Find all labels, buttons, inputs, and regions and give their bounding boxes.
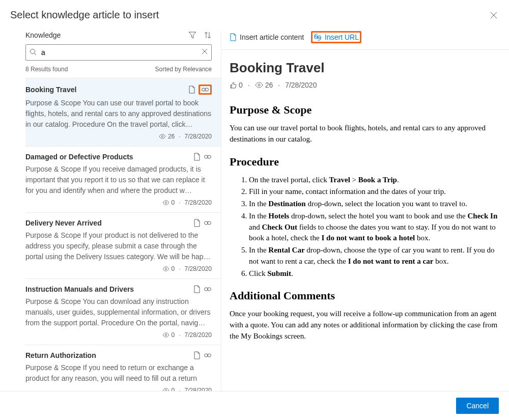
article-title: Booking Travel — [230, 60, 499, 76]
clear-search-button[interactable] — [202, 48, 208, 54]
result-views: 0 — [162, 331, 175, 339]
insert-article-content-button[interactable]: Insert article content — [230, 33, 304, 41]
result-header: Delivery Never Arrived — [25, 219, 212, 227]
link-icon — [314, 34, 322, 41]
result-actions — [193, 351, 212, 359]
result-actions — [188, 85, 212, 95]
result-actions — [193, 285, 212, 293]
insert-url-action[interactable] — [204, 219, 212, 227]
search-wrapper — [25, 44, 212, 61]
result-header: Booking Travel — [25, 85, 212, 95]
insert-content-action[interactable] — [193, 153, 201, 161]
result-date: 7/28/2020 — [185, 133, 212, 140]
knowledge-header: Knowledge — [25, 31, 221, 39]
eye-icon — [255, 82, 263, 88]
result-title: Return Authorization — [25, 351, 96, 359]
insert-article-content-label: Insert article content — [240, 33, 304, 41]
result-snippet: Purpose & Scope You can use our travel p… — [25, 98, 212, 130]
insert-url-action[interactable] — [204, 351, 212, 359]
heading-purpose: Purpose & Scope — [230, 103, 499, 117]
procedure-list: On the travel portal, click Travel > Boo… — [230, 175, 499, 279]
article-panel: Insert article content Insert URL Bookin… — [221, 31, 509, 391]
result-views: 0 — [162, 199, 175, 206]
result-date: 7/28/2020 — [185, 331, 212, 339]
procedure-step: On the travel portal, click Travel > Boo… — [249, 175, 499, 186]
svg-point-18 — [258, 84, 260, 86]
result-header: Damaged or Defective Products — [25, 153, 212, 161]
insert-url-label: Insert URL — [325, 33, 359, 41]
procedure-step: In the Destination drop-down, select the… — [249, 199, 499, 210]
result-title: Instruction Manuals and Drivers — [25, 285, 134, 293]
insert-content-action[interactable] — [193, 285, 201, 293]
result-footer: 0·7/28/2020 — [25, 265, 212, 272]
dialog-footer: Cancel — [0, 391, 509, 420]
search-icon — [30, 48, 37, 55]
insert-url-action[interactable] — [204, 153, 212, 161]
result-snippet: Purpose & Scope If you receive damaged p… — [25, 164, 212, 196]
likes-group: 0 — [230, 81, 243, 89]
separator: · — [179, 199, 180, 206]
separator: · — [248, 81, 250, 89]
views-group: 26 — [255, 81, 273, 89]
close-icon — [490, 12, 497, 19]
result-footer: 0·7/28/2020 — [25, 199, 212, 206]
insert-content-action[interactable] — [188, 85, 195, 95]
result-item[interactable]: Instruction Manuals and DriversPurpose &… — [25, 278, 221, 345]
result-snippet: Purpose & Scope If your product is not d… — [25, 230, 212, 262]
separator: · — [179, 331, 180, 339]
results-meta: 8 Results found Sorted by Relevance — [25, 66, 221, 73]
sort-icon — [204, 31, 212, 39]
thumbs-up-icon — [230, 81, 237, 89]
separator: · — [179, 387, 180, 391]
result-item[interactable]: Booking TravelPurpose & Scope You can us… — [25, 78, 221, 146]
separator: · — [278, 81, 280, 89]
procedure-step: In the Rental Car drop-down, choose the … — [249, 245, 499, 267]
results-list[interactable]: Booking TravelPurpose & Scope You can us… — [25, 78, 221, 391]
heading-additional: Additional Comments — [230, 289, 499, 302]
insert-url-action[interactable] — [201, 87, 209, 93]
result-footer: 0·7/28/2020 — [25, 387, 212, 391]
close-button[interactable] — [489, 10, 499, 20]
result-item[interactable]: Return AuthorizationPurpose & Scope If y… — [25, 345, 221, 391]
result-footer: 0·7/28/2020 — [25, 331, 212, 339]
result-title: Booking Travel — [25, 86, 76, 94]
likes-count: 0 — [239, 81, 243, 89]
result-header: Instruction Manuals and Drivers — [25, 285, 212, 293]
result-header: Return Authorization — [25, 351, 212, 359]
search-input[interactable] — [25, 44, 212, 61]
svg-point-0 — [31, 49, 35, 54]
sort-button[interactable] — [204, 31, 212, 39]
result-date: 7/28/2020 — [185, 265, 212, 272]
close-icon — [202, 48, 208, 54]
result-snippet: Purpose & Scope If you need to return or… — [25, 362, 212, 384]
insert-content-action[interactable] — [193, 351, 201, 359]
knowledge-heading: Knowledge — [25, 31, 61, 39]
insert-url-action[interactable] — [204, 285, 212, 293]
insert-url-highlight: Insert URL — [311, 31, 361, 43]
dialog-body: Knowledge — [0, 21, 509, 391]
svg-point-9 — [165, 268, 166, 269]
result-title: Delivery Never Arrived — [25, 219, 102, 227]
result-item[interactable]: Delivery Never ArrivedPurpose & Scope If… — [25, 212, 221, 278]
insert-url-button[interactable]: Insert URL — [314, 33, 359, 41]
dialog-header: Select knowledge article to insert — [0, 0, 509, 21]
dialog-title: Select knowledge article to insert — [10, 9, 159, 21]
procedure-step: In the Hotels drop-down, select the hote… — [249, 211, 499, 244]
result-item[interactable]: Damaged or Defective ProductsPurpose & S… — [25, 146, 221, 212]
filter-button[interactable] — [188, 31, 196, 39]
insert-content-action[interactable] — [193, 219, 201, 227]
filter-icon — [188, 31, 196, 39]
svg-point-12 — [165, 334, 166, 335]
article-preview: Booking Travel 0 · 26 · 7/28/2020 Purp — [221, 50, 509, 391]
result-views: 0 — [162, 265, 175, 272]
svg-point-6 — [165, 202, 166, 203]
insert-url-highlight — [199, 85, 212, 95]
article-date: 7/28/2020 — [285, 81, 317, 89]
procedure-step: Click Submit. — [249, 268, 499, 279]
procedure-step: Fill in your name, contact information a… — [249, 186, 499, 198]
cancel-button[interactable]: Cancel — [456, 398, 499, 414]
separator: · — [179, 133, 180, 140]
result-snippet: Purpose & Scope You can download any ins… — [25, 296, 212, 328]
separator: · — [179, 265, 180, 272]
knowledge-header-actions — [188, 31, 212, 39]
